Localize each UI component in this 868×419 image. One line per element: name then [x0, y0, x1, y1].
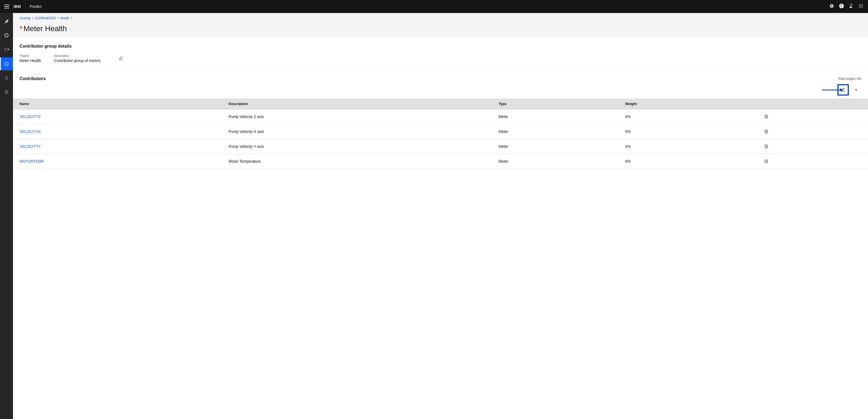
contributor-weight-1: 0% — [619, 124, 756, 139]
breadcrumb: Scoring / s123think2022 / Health / — [13, 13, 868, 22]
delete-contributor-0[interactable] — [763, 113, 770, 120]
contributors-section-title: Contributors — [20, 76, 46, 81]
add-contributor-button[interactable]: + — [851, 85, 862, 95]
col-header-description: Description — [222, 98, 492, 109]
sidebar-item-rocket[interactable] — [0, 15, 13, 28]
table-row: VELOCITYYPump Velocity Y axisMeter0% — [13, 139, 868, 154]
breadcrumb-sep-2: / — [57, 16, 58, 20]
contributor-type-0: Meter — [492, 109, 619, 124]
app-name: Predict — [30, 4, 42, 9]
name-field: * Name Meter Health — [20, 54, 41, 63]
sidebar-item-settings[interactable] — [0, 86, 13, 98]
contributors-table: Name Description Type Weight VELOCITYZPu… — [13, 98, 868, 169]
table-row: VELOCITYZPump Velocity Z axisMeter0% — [13, 109, 868, 124]
delete-contributor-2[interactable] — [763, 143, 770, 150]
title-text: Meter Health — [24, 24, 67, 33]
name-value: Meter Health — [20, 58, 41, 63]
sidebar-item-flow[interactable] — [0, 43, 13, 56]
user-icon[interactable] — [848, 3, 854, 10]
brand-logo: IBM — [13, 4, 21, 9]
top-navigation: IBM Predict — [0, 0, 868, 13]
breadcrumb-scoring[interactable]: Scoring — [20, 16, 31, 20]
description-field: Description Contributor group of meters — [54, 54, 100, 63]
contributor-group-details-card: Contributor group details * Name Meter H… — [13, 37, 868, 69]
contributor-group-section-title: Contributor group details — [20, 44, 862, 49]
description-value: Contributor group of meters — [54, 58, 100, 63]
contributor-name-1[interactable]: VELOCITYX — [13, 124, 222, 139]
description-label: Description — [54, 54, 100, 57]
contributor-description-0: Pump Velocity Z axis — [222, 109, 492, 124]
table-row: VELOCITYXPump Velocity X axisMeter0% — [13, 124, 868, 139]
contributor-description-1: Pump Velocity X axis — [222, 124, 492, 139]
col-header-actions — [756, 98, 868, 109]
help-icon[interactable] — [839, 3, 844, 10]
name-label: * Name — [20, 54, 41, 57]
breadcrumb-sep-3: / — [71, 16, 72, 20]
content-area: Scoring / s123think2022 / Health / * Met… — [13, 13, 868, 419]
contributor-type-2: Meter — [492, 139, 619, 154]
arrow-head — [840, 88, 843, 91]
arrow-line — [822, 90, 841, 90]
breadcrumb-s123think2022[interactable]: s123think2022 — [35, 16, 56, 20]
contributor-type-1: Meter — [492, 124, 619, 139]
settings-icon[interactable] — [829, 3, 834, 10]
contributors-header: Contributors Total weight: 0% — [13, 70, 868, 81]
col-header-type: Type — [492, 98, 619, 109]
contributor-weight-0: 0% — [619, 109, 756, 124]
contributors-toolbar: + — [13, 81, 868, 98]
contributors-card: Contributors Total weight: 0% + — [13, 70, 868, 419]
contributor-description-2: Pump Velocity Y axis — [222, 139, 492, 154]
breadcrumb-sep-1: / — [32, 16, 33, 20]
contributor-type-3: Meter — [492, 154, 619, 169]
total-weight: Total weight: 0% — [838, 77, 862, 81]
col-header-name: Name — [13, 98, 222, 109]
title-required-star: * — [20, 24, 23, 33]
contributor-weight-2: 0% — [619, 139, 756, 154]
sidebar-item-group[interactable] — [0, 71, 13, 85]
contributor-description-3: Motor Temperature — [222, 154, 492, 169]
col-header-weight: Weight — [619, 98, 756, 109]
menu-button[interactable] — [4, 5, 9, 8]
breadcrumb-health[interactable]: Health — [60, 16, 69, 20]
contributor-actions-3 — [756, 154, 868, 169]
arrow-annotation — [822, 90, 841, 90]
contributor-name-3[interactable]: MOTORTEMP — [13, 154, 222, 169]
page-title: * Meter Health — [20, 24, 862, 33]
delete-contributor-3[interactable] — [763, 158, 770, 165]
contributor-name-2[interactable]: VELOCITYY — [13, 139, 222, 154]
page-header: * Meter Health — [13, 22, 868, 37]
delete-contributor-1[interactable] — [763, 128, 770, 135]
apps-icon[interactable] — [858, 3, 864, 10]
sidebar-item-predict[interactable] — [0, 57, 13, 70]
table-header-row: Name Description Type Weight — [13, 98, 868, 109]
sidebar-item-location[interactable] — [0, 29, 13, 42]
left-sidebar — [0, 13, 13, 419]
contributor-name-0[interactable]: VELOCITYZ — [13, 109, 222, 124]
field-group: * Name Meter Health Description Contribu… — [20, 54, 862, 63]
edit-group-details-button[interactable] — [118, 55, 124, 62]
contributor-actions-0 — [756, 109, 868, 124]
contributor-actions-1 — [756, 124, 868, 139]
contributor-weight-3: 0% — [619, 154, 756, 169]
table-row: MOTORTEMPMotor TemperatureMeter0% — [13, 154, 868, 169]
contributor-actions-2 — [756, 139, 868, 154]
